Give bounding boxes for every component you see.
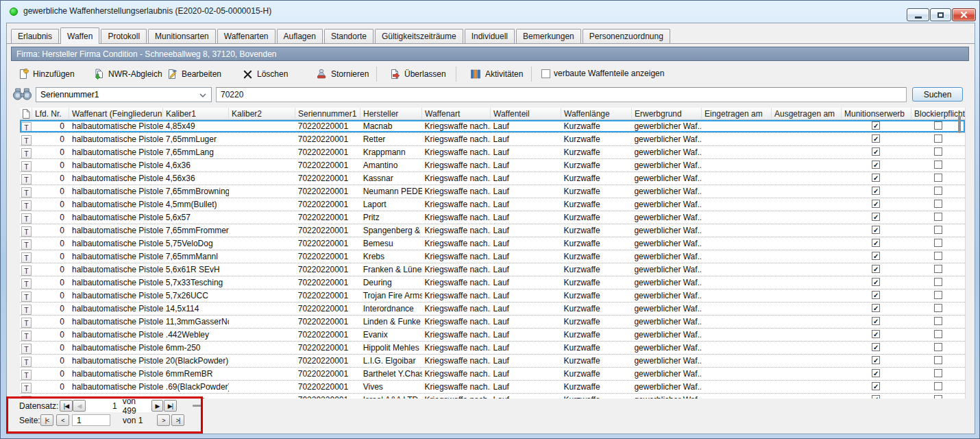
blockierpflicht-checkbox[interactable] xyxy=(934,395,942,399)
tab-munitionsarten[interactable]: Munitionsarten xyxy=(148,29,216,43)
tab-auflagen[interactable]: Auflagen xyxy=(277,29,323,43)
munitionserwerb-checkbox[interactable]: ✓ xyxy=(872,161,880,169)
table-row[interactable]: T0halbautomatische Pistole7,65mmBrowning… xyxy=(20,185,965,198)
page-last-button[interactable]: >| xyxy=(171,414,184,426)
minimize-button[interactable] xyxy=(907,8,929,21)
row-type-marker[interactable]: T xyxy=(21,292,32,302)
search-field-select[interactable]: Seriennummer1 xyxy=(36,87,212,102)
tab-erlaubnis[interactable]: Erlaubnis xyxy=(11,29,59,43)
page-first-button[interactable]: |< xyxy=(40,414,53,426)
page-prev-button[interactable]: < xyxy=(56,414,69,426)
table-row[interactable]: T0halbautomatische Pistole7,65mmLuger702… xyxy=(20,133,965,146)
row-type-marker[interactable]: T xyxy=(21,239,32,250)
blockierpflicht-checkbox[interactable] xyxy=(934,330,942,338)
record-prev-button[interactable]: ◀ xyxy=(73,400,86,412)
page-next-button[interactable]: > xyxy=(157,414,170,426)
table-row[interactable]: T0halbautomatische Pistole6mmRemBR702202… xyxy=(20,368,965,381)
munitionserwerb-checkbox[interactable]: ✓ xyxy=(872,134,880,143)
munitionserwerb-checkbox[interactable]: ✓ xyxy=(872,382,880,390)
blockierpflicht-checkbox[interactable] xyxy=(934,226,942,234)
blockierpflicht-checkbox[interactable] xyxy=(934,343,942,351)
blockierpflicht-checkbox[interactable] xyxy=(934,291,942,299)
checkbox-box[interactable] xyxy=(541,69,550,78)
row-type-marker[interactable]: T xyxy=(21,174,32,185)
close-button[interactable] xyxy=(952,8,976,21)
munitionserwerb-checkbox[interactable]: ✓ xyxy=(872,330,880,338)
blockierpflicht-checkbox[interactable] xyxy=(934,200,942,208)
column-header-eingetragen-am[interactable]: Eingetragen am xyxy=(702,108,772,120)
verbaute-waffenteile-checkbox[interactable]: verbaute Waffenteile anzeigen xyxy=(541,69,664,78)
row-type-marker[interactable]: T xyxy=(21,135,32,145)
column-header-kaliber1[interactable]: Kaliber1 xyxy=(163,108,229,120)
blockierpflicht-checkbox[interactable] xyxy=(934,239,942,247)
splitter-grip[interactable] xyxy=(193,405,201,407)
search-button[interactable]: Suchen xyxy=(912,87,963,102)
blockierpflicht-checkbox[interactable] xyxy=(934,356,942,364)
tab-waffenarten[interactable]: Waffenarten xyxy=(217,29,275,43)
column-header-ausgetragen-am[interactable]: Ausgetragen am xyxy=(772,108,842,120)
table-row[interactable]: T0halbautomatische Pistole.442Webley7022… xyxy=(20,329,965,342)
blockierpflicht-checkbox[interactable] xyxy=(934,134,942,143)
table-row[interactable]: T0halbautomatische Pistole5,6x61R SEvH70… xyxy=(20,263,965,276)
tab-gültigkeitszeiträume[interactable]: Gültigkeitszeiträume xyxy=(375,29,463,43)
vertical-scrollbar-thumb[interactable] xyxy=(958,115,961,133)
row-type-marker[interactable]: T xyxy=(21,265,32,276)
row-type-marker[interactable]: T xyxy=(21,278,32,289)
table-row[interactable]: T0halbautomatische Pistole.69(BlackPowde… xyxy=(20,381,965,394)
column-header-waffenart[interactable]: Waffenart xyxy=(422,108,491,120)
table-row[interactable]: T0halbautomatische Pistole11,3mmGasserNo… xyxy=(20,316,965,329)
munitionserwerb-checkbox[interactable]: ✓ xyxy=(872,121,880,130)
tab-personenzuordnung[interactable]: Personenzuordnung xyxy=(583,29,670,43)
table-row[interactable]: T0halbautomatische Pistole5,75VeloDog702… xyxy=(20,237,965,250)
row-type-marker[interactable]: T xyxy=(21,122,32,132)
row-type-marker[interactable]: T xyxy=(21,161,32,171)
blockierpflicht-checkbox[interactable] xyxy=(934,317,942,325)
row-type-marker[interactable]: T xyxy=(21,200,32,211)
table-row[interactable]: T0halbautomatische Pistole7,65mmFrommer7… xyxy=(20,224,965,237)
row-type-marker[interactable]: T xyxy=(21,148,32,158)
blockierpflicht-checkbox[interactable] xyxy=(934,213,942,221)
toolbar-button-nwr-abgleich[interactable]: NWR-Abgleich xyxy=(90,66,165,82)
table-row[interactable]: T0halbautomatische Pistole4,56x367022022… xyxy=(20,172,965,185)
tab-bemerkungen[interactable]: Bemerkungen xyxy=(516,29,581,43)
column-header-seriennummer1[interactable]: Seriennummer1 xyxy=(295,108,360,120)
row-type-marker[interactable]: T xyxy=(21,357,32,367)
munitionserwerb-checkbox[interactable]: ✓ xyxy=(872,291,880,299)
munitionserwerb-checkbox[interactable]: ✓ xyxy=(872,265,880,273)
tab-protokoll[interactable]: Protokoll xyxy=(101,29,147,43)
munitionserwerb-checkbox[interactable]: ✓ xyxy=(872,369,880,377)
row-type-marker[interactable]: T xyxy=(21,383,32,393)
toolbar-button-bearbeiten[interactable]: Bearbeiten xyxy=(164,66,224,82)
munitionserwerb-checkbox[interactable]: ✓ xyxy=(872,278,880,286)
tab-waffen[interactable]: Waffen xyxy=(60,27,99,44)
table-row[interactable]: T0halbautomatische Pistole5,7x26UCC70220… xyxy=(20,289,965,302)
row-type-marker[interactable]: T xyxy=(21,396,32,399)
row-type-marker[interactable]: T xyxy=(21,370,32,380)
row-type-marker[interactable]: T xyxy=(21,252,32,263)
blockierpflicht-checkbox[interactable] xyxy=(934,278,942,286)
search-input[interactable] xyxy=(216,87,907,102)
column-header-waffenteil[interactable]: Waffenteil xyxy=(491,108,561,120)
munitionserwerb-checkbox[interactable]: ✓ xyxy=(872,317,880,325)
blockierpflicht-checkbox[interactable] xyxy=(934,369,942,377)
table-row[interactable]: T0halbautomatische Pistole4,5mm(Bullet)7… xyxy=(20,198,965,211)
munitionserwerb-checkbox[interactable]: ✓ xyxy=(872,252,880,260)
blockierpflicht-checkbox[interactable] xyxy=(934,174,942,182)
toolbar-button-aktivitäten[interactable]: Aktivitäten xyxy=(467,66,526,82)
column-header-lfd-nr-[interactable]: Lfd. Nr. xyxy=(32,108,69,120)
row-type-marker[interactable]: T xyxy=(21,305,32,315)
column-header-waffenart-feingliederung-[interactable]: Waffenart (Feingliederung) xyxy=(69,108,163,120)
table-row[interactable]: T0halbautomatische Pistole7,65mmMannl702… xyxy=(20,250,965,263)
blockierpflicht-checkbox[interactable] xyxy=(934,147,942,156)
row-type-marker[interactable]: T xyxy=(21,331,32,341)
blockierpflicht-checkbox[interactable] xyxy=(934,265,942,273)
column-header-rowtype[interactable] xyxy=(20,108,32,120)
table-row[interactable]: T0halbautomatische Pistole6mm-2507022022… xyxy=(20,342,965,355)
munitionserwerb-checkbox[interactable]: ✓ xyxy=(872,187,880,195)
blockierpflicht-checkbox[interactable] xyxy=(934,161,942,169)
page-number-input[interactable] xyxy=(72,414,110,426)
munitionserwerb-checkbox[interactable]: ✓ xyxy=(872,239,880,247)
row-type-marker[interactable]: T xyxy=(21,187,32,198)
blockierpflicht-checkbox[interactable] xyxy=(934,187,942,195)
table-row[interactable]: T0halbautomatische Pistole14,5x114702202… xyxy=(20,302,965,316)
